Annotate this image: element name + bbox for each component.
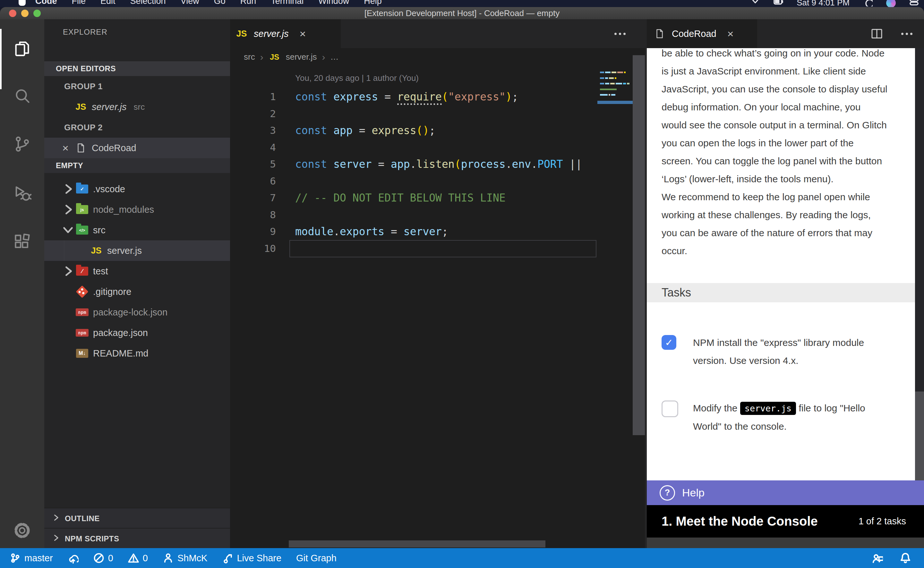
status-0[interactable]: 0 <box>128 553 148 563</box>
editor-horizontal-scrollbar[interactable] <box>289 541 546 547</box>
breadcrumb-item[interactable]: server.js <box>286 52 317 62</box>
search-icon <box>13 86 32 105</box>
tree-item-test[interactable]: ∕test <box>44 261 230 281</box>
status-bell[interactable] <box>900 552 911 564</box>
menu-file[interactable]: File <box>72 0 86 6</box>
js-file-icon: JS <box>235 27 249 40</box>
activity-run-debug[interactable] <box>0 169 44 217</box>
editor-vertical-scrollbar[interactable] <box>633 55 645 435</box>
code-line: 1const express = require("express"); <box>230 88 597 105</box>
close-editor-icon[interactable]: × <box>62 142 74 154</box>
minimap-line <box>600 77 617 79</box>
tree-item-src[interactable]: </>src <box>44 220 230 240</box>
status-feedback[interactable] <box>871 552 883 564</box>
activity-source-control[interactable] <box>0 120 44 168</box>
group-label: GROUP 2 <box>64 122 102 133</box>
code-text: const server = app.listen(process.env.PO… <box>295 158 582 171</box>
close-tab-icon[interactable]: × <box>727 27 734 40</box>
line-number: 1 <box>230 91 276 103</box>
macos-menu-bar: CodeFileEditSelectionViewGoRunTerminalWi… <box>0 0 924 7</box>
code-editor[interactable]: 1const express = require("express");23co… <box>230 88 597 257</box>
tab-server-js[interactable]: JS server.js × <box>230 19 341 48</box>
section-outline[interactable]: OUTLINE <box>44 508 230 529</box>
scrollbar-thumb[interactable] <box>915 391 924 491</box>
task-item: ✓NPM install the "express" library modul… <box>662 334 905 370</box>
code-line: 10 <box>230 240 597 257</box>
menu-terminal[interactable]: Terminal <box>271 0 303 6</box>
menu-view[interactable]: View <box>181 0 199 6</box>
status-cloud-upload[interactable] <box>68 553 78 563</box>
menu-code[interactable]: Code <box>35 0 57 6</box>
close-tab-icon[interactable]: × <box>300 27 306 40</box>
menu-help[interactable]: Help <box>364 0 382 6</box>
tree-item-package-lock-json[interactable]: npmpackage-lock.json <box>44 302 230 323</box>
open-editors-header[interactable]: OPEN EDITORS <box>44 61 230 76</box>
lesson-text-line: be able to check what’s going on in your… <box>662 48 909 62</box>
menu-window[interactable]: Window <box>318 0 349 6</box>
folder-section-header[interactable]: EMPTY <box>44 158 230 173</box>
tree-item-server-js[interactable]: JSserver.js <box>44 240 230 261</box>
panel-more-actions-icon[interactable] <box>901 33 912 35</box>
tab-coderoad[interactable]: CodeRoad × <box>647 19 757 48</box>
activity-settings[interactable] <box>0 506 44 554</box>
battery-icon[interactable] <box>773 0 783 7</box>
help-section-header[interactable]: ? Help <box>647 480 924 505</box>
code-text: module.exports = server; <box>295 225 448 238</box>
activity-search[interactable] <box>0 71 44 120</box>
line-number: 6 <box>230 175 276 187</box>
panel-bottom-strip <box>647 538 924 548</box>
caret-down-icon[interactable] <box>751 0 760 7</box>
git-icon <box>75 285 89 298</box>
tasks-section-header: Tasks <box>647 283 915 302</box>
webview-scrollbar[interactable] <box>915 48 924 480</box>
status-git-graph[interactable]: Git Graph <box>296 553 336 563</box>
section-label: NPM SCRIPTS <box>65 534 119 543</box>
search-icon[interactable] <box>863 0 873 7</box>
tree-item--gitignore[interactable]: .gitignore <box>44 281 230 302</box>
src-folder-icon: </> <box>75 224 89 237</box>
menu-selection[interactable]: Selection <box>130 0 166 6</box>
menu-edit[interactable]: Edit <box>100 0 116 6</box>
open-editor-item[interactable]: JSserver.jssrc <box>44 97 230 117</box>
task-checkbox[interactable] <box>662 400 678 417</box>
control-center-icon[interactable] <box>909 0 919 7</box>
status-master[interactable]: master <box>10 553 53 563</box>
status-bar-right <box>871 552 911 564</box>
split-editor-icon[interactable] <box>870 27 883 40</box>
tree-item-README-md[interactable]: M↓README.md <box>44 343 230 364</box>
code-line: 3const app = express(); <box>230 122 597 139</box>
status-0[interactable]: 0 <box>93 553 113 563</box>
tree-item--vscode[interactable]: ✓.vscode <box>44 179 230 199</box>
apple-menu-icon[interactable] <box>19 0 26 6</box>
breadcrumb-item[interactable]: src <box>244 52 255 62</box>
lesson-text-line: working at these challenges. By reading … <box>662 206 909 224</box>
status-shmck[interactable]: ShMcK <box>163 553 207 563</box>
breadcrumb[interactable]: src›JSserver.js›… <box>244 48 339 66</box>
code-chip: server.js <box>740 402 796 415</box>
status-bar-left: master00ShMcKLive ShareGit Graph <box>10 553 336 563</box>
section-npm-scripts[interactable]: NPM SCRIPTS <box>44 528 230 548</box>
status-live-share[interactable]: Live Share <box>222 553 281 563</box>
cloud-upload-icon <box>68 553 78 563</box>
task-checkbox[interactable]: ✓ <box>662 335 676 350</box>
code-line: 8 <box>230 206 597 224</box>
explorer-sidebar: EXPLORER OPEN EDITORS GROUP 1JSserver.js… <box>44 19 230 548</box>
tree-item-package-json[interactable]: npmpackage.json <box>44 323 230 343</box>
editor-more-actions-icon[interactable] <box>614 33 626 35</box>
breadcrumb-item[interactable]: … <box>330 52 339 62</box>
activity-explorer[interactable] <box>0 24 44 73</box>
activity-extensions[interactable] <box>0 218 44 266</box>
menu-run[interactable]: Run <box>240 0 256 6</box>
lesson-footer[interactable]: 1. Meet the Node Console 1 of 2 tasks <box>647 505 924 538</box>
menu-go[interactable]: Go <box>214 0 226 6</box>
tree-item-label: package-lock.json <box>93 307 167 318</box>
tree-item-node_modules[interactable]: jsnode_modules <box>44 199 230 220</box>
group-label: GROUP 1 <box>64 82 102 91</box>
tree-item-label: src <box>93 225 106 236</box>
code-line: 9module.exports = server; <box>230 223 597 240</box>
task-text: NPM install the "express" library module… <box>693 334 905 370</box>
editor-group-label: GROUP 2 <box>44 117 230 137</box>
siri-icon[interactable] <box>886 0 896 7</box>
lesson-text-line: ‘Logs’ (lower-left, inside the tools men… <box>662 170 909 188</box>
open-editor-item[interactable]: ×CodeRoad <box>44 137 230 158</box>
